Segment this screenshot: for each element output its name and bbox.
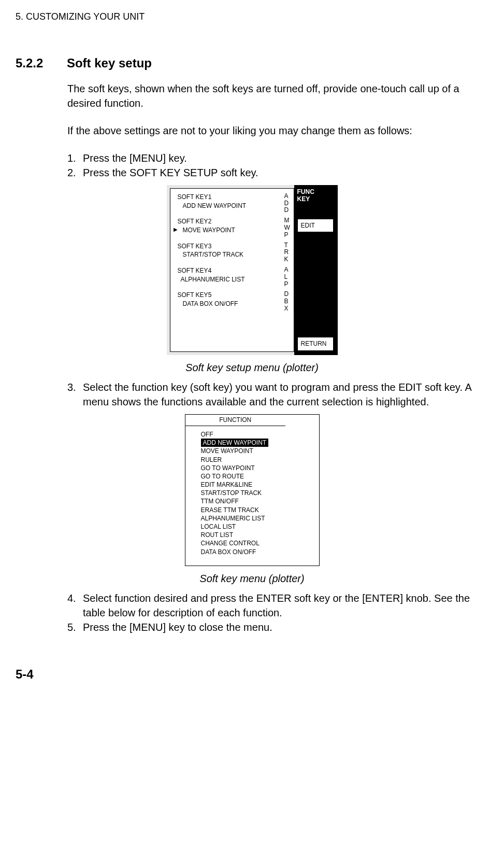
code-char: B [284,298,291,305]
code-char: M [284,217,291,224]
code-char: P [284,232,291,239]
softkey-2-label: SOFT KEY2 [174,217,284,226]
function-list: OFF ADD NEW WAYPOINT MOVE WAYPOINT RULER… [185,426,319,566]
softkey-5-value: DATA BOX ON/OFF [174,300,284,308]
softkey-2-block: SOFT KEY2 ▶ MOVE WAYPOINT M W P [174,217,291,238]
function-item-local-list[interactable]: LOCAL LIST [201,523,304,531]
function-item-goto-route[interactable]: GO TO ROUTE [201,472,304,481]
softkey-3-block: SOFT KEY3 START/STOP TRACK T R K [174,242,291,263]
soft-button-panel: FUNC KEY EDIT RETURN [294,185,338,355]
step-1: 1. Press the [MENU] key. [67,151,488,165]
step-number: 1. [67,151,83,165]
softkey-3-code: T R K [284,242,291,263]
code-char: P [284,281,291,288]
function-menu-screen: FUNCTION OFF ADD NEW WAYPOINT MOVE WAYPO… [185,414,320,566]
step-number: 2. [67,165,83,180]
softkey-2-code: M W P [284,217,291,238]
step-3: 3. Select the function key (soft key) yo… [67,380,488,409]
page-number: 5-4 [16,666,488,683]
softkey-5-code: D B X [284,291,291,312]
paragraph-2: If the above settings are not to your li… [67,123,488,138]
figure-2-caption: Soft key menu (plotter) [16,571,488,586]
figure-1-caption: Soft key setup menu (plotter) [16,360,488,375]
softkey-3-value: START/STOP TRACK [174,250,284,259]
func-key-label: FUNC KEY [297,188,335,203]
softkey-1-value: ADD NEW WAYPOINT [174,202,284,210]
section-heading: 5.2.2 Soft key setup [16,54,488,72]
function-item-erase-ttm[interactable]: ERASE TTM TRACK [201,506,304,514]
softkey-4-value: ALPHANUMERIC LIST [174,275,284,284]
figure-1: SOFT KEY1 ADD NEW WAYPOINT A D D SOFT KE… [16,185,488,355]
func-key-line2: KEY [297,195,310,203]
function-item-ruler[interactable]: RULER [201,456,304,464]
code-char: T [284,242,291,249]
code-char: D [284,207,291,214]
code-char: X [284,305,291,313]
setup-menu-list: SOFT KEY1 ADD NEW WAYPOINT A D D SOFT KE… [170,188,294,352]
softkey-1-label: SOFT KEY1 [174,193,284,202]
step-text: Press the [MENU] key to close the menu. [83,620,488,634]
code-char: R [284,249,291,256]
code-char: A [284,193,291,200]
function-item-track[interactable]: START/STOP TRACK [201,489,304,497]
softkey-2-value: MOVE WAYPOINT [178,226,235,235]
section-number: 5.2.2 [16,54,43,72]
function-item-data-box[interactable]: DATA BOX ON/OFF [201,548,304,556]
step-number: 4. [67,591,83,620]
softkey-5-block: SOFT KEY5 DATA BOX ON/OFF D B X [174,291,291,312]
selected-highlight: ADD NEW WAYPOINT [201,439,269,447]
figure-2: FUNCTION OFF ADD NEW WAYPOINT MOVE WAYPO… [16,414,488,566]
step-number: 5. [67,620,83,634]
function-menu-title: FUNCTION [185,415,286,426]
code-char: A [284,266,291,274]
step-number: 3. [67,380,83,409]
setup-menu-screen: SOFT KEY1 ADD NEW WAYPOINT A D D SOFT KE… [167,185,338,355]
function-item-change-control[interactable]: CHANGE CONTROL [201,539,304,547]
softkey-3-label: SOFT KEY3 [174,242,284,251]
code-char: W [284,224,291,232]
button-spacer [297,233,335,337]
page-header: 5. CUSTOMIZING YOUR UNIT [16,10,488,23]
section-title: Soft key setup [67,56,152,70]
function-item-ttm[interactable]: TTM ON/OFF [201,497,304,505]
function-item-rout-list[interactable]: ROUT LIST [201,531,304,539]
step-text: Select the function key (soft key) you w… [83,380,488,409]
softkey-4-block: SOFT KEY4 ALPHANUMERIC LIST A L P [174,266,291,288]
softkey-1-block: SOFT KEY1 ADD NEW WAYPOINT A D D [174,193,291,214]
softkey-5-label: SOFT KEY5 [174,291,284,300]
step-text: Press the [MENU] key. [83,151,488,165]
return-button[interactable]: RETURN [297,337,335,352]
code-char: D [284,200,291,207]
func-key-line1: FUNC [297,188,314,195]
function-item-alpha-list[interactable]: ALPHANUMERIC LIST [201,514,304,523]
code-char: K [284,256,291,263]
softkey-4-code: A L P [284,266,291,288]
function-item-goto-waypoint[interactable]: GO TO WAYPOINT [201,464,304,472]
step-5: 5. Press the [MENU] key to close the men… [67,620,488,634]
step-text: Press the SOFT KEY SETUP soft key. [83,165,488,180]
code-char: L [284,274,291,281]
softkey-4-label: SOFT KEY4 [174,266,284,275]
step-4: 4. Select function desired and press the… [67,591,488,620]
code-char: D [284,291,291,298]
paragraph-1: The soft keys, shown when the soft keys … [67,81,488,110]
function-item-edit-mark[interactable]: EDIT MARK&LINE [201,481,304,489]
step-text: Select function desired and press the EN… [83,591,488,620]
softkey-1-code: A D D [284,193,291,214]
edit-button[interactable]: EDIT [297,219,335,234]
function-item-off[interactable]: OFF [201,430,304,439]
function-item-move-waypoint[interactable]: MOVE WAYPOINT [201,447,304,455]
cursor-icon: ▶ [174,226,178,233]
step-2: 2. Press the SOFT KEY SETUP soft key. [67,165,488,180]
function-item-add-waypoint[interactable]: ADD NEW WAYPOINT [201,439,304,447]
